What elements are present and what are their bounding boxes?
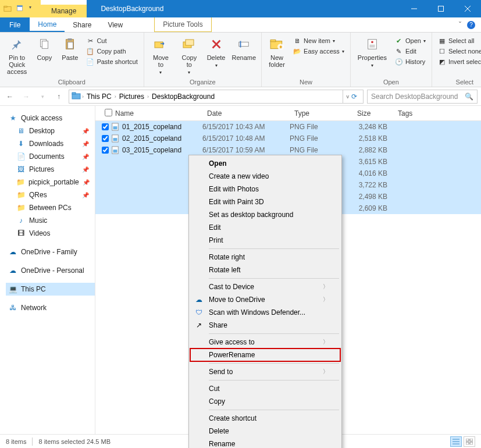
- cm-edit-paint3d[interactable]: Edit with Paint 3D: [190, 195, 340, 208]
- copy-to-button[interactable]: Copy to▾: [176, 34, 202, 77]
- sidebar-item-music[interactable]: ♪Music: [6, 214, 95, 227]
- sidebar-item-between-pcs[interactable]: 📁Between PCs: [6, 201, 95, 214]
- properties-button[interactable]: Properties▾: [354, 34, 390, 70]
- row-checkbox[interactable]: [100, 147, 111, 154]
- delete-button[interactable]: Delete▾: [205, 34, 228, 70]
- picture-tools-tab[interactable]: Picture Tools: [154, 17, 211, 32]
- crumb-this-pc[interactable]: This PC: [85, 93, 113, 101]
- copy-path-button[interactable]: 📋Copy path: [84, 47, 140, 56]
- view-tab[interactable]: View: [99, 17, 131, 32]
- recent-dropdown[interactable]: ▾: [36, 90, 49, 103]
- properties-icon[interactable]: [16, 5, 24, 13]
- navigation-pane[interactable]: ★Quick access 🖥Desktop📌 ⬇Downloads📌 📄Doc…: [0, 106, 95, 436]
- up-button[interactable]: ↑: [52, 90, 65, 103]
- cm-edit[interactable]: Edit: [190, 221, 340, 234]
- column-size[interactable]: Size: [352, 109, 393, 118]
- edit-button[interactable]: ✎Edit: [393, 47, 428, 56]
- sidebar-item-desktop[interactable]: 🖥Desktop📌: [6, 125, 95, 137]
- row-checkbox[interactable]: [100, 123, 111, 130]
- cm-cast[interactable]: Cast to Device〉: [190, 280, 340, 293]
- new-item-button[interactable]: 🗎New item ▾: [291, 36, 347, 45]
- cm-edit-photos[interactable]: Edit with Photos: [190, 183, 340, 195]
- sidebar-item-qres[interactable]: 📁QRes📌: [6, 189, 95, 201]
- cm-rename[interactable]: Rename: [190, 438, 340, 448]
- share-tab[interactable]: Share: [65, 17, 99, 32]
- close-button[interactable]: [454, 0, 481, 17]
- row-checkbox[interactable]: [100, 135, 111, 142]
- address-dropdown-icon[interactable]: v: [347, 94, 350, 99]
- table-row[interactable]: 02_2015_copeland6/15/2017 10:48 AMPNG Fi…: [95, 133, 481, 144]
- cm-cut[interactable]: Cut: [190, 382, 340, 395]
- select-all-button[interactable]: ▦Select all: [436, 36, 481, 45]
- table-row[interactable]: 03_2015_copeland6/15/2017 10:59 AMPNG Fi…: [95, 144, 481, 156]
- move-to-button[interactable]: Move to▾: [148, 34, 174, 77]
- sidebar-item-quick-access[interactable]: ★Quick access: [6, 112, 95, 125]
- cm-set-bg[interactable]: Set as desktop background: [190, 208, 340, 221]
- home-tab[interactable]: Home: [30, 17, 65, 32]
- help-icon[interactable]: ?: [467, 21, 475, 29]
- forward-button[interactable]: →: [20, 90, 33, 103]
- copy-button[interactable]: Copy: [33, 34, 56, 63]
- sidebar-item-this-pc[interactable]: 💻This PC: [6, 283, 95, 296]
- history-button[interactable]: 🕑History: [393, 57, 428, 66]
- easy-access-button[interactable]: 📂Easy access ▾: [291, 47, 347, 56]
- file-list[interactable]: Name Date Type Size Tags 01_2015_copelan…: [95, 106, 481, 436]
- sidebar-item-network[interactable]: 🖧Network: [6, 301, 95, 314]
- sidebar-item-pictures[interactable]: 🖼Pictures📌: [6, 163, 95, 176]
- thumbnails-view-button[interactable]: [464, 436, 475, 447]
- paste-shortcut-button[interactable]: 📄Paste shortcut: [84, 57, 140, 66]
- cm-open[interactable]: Open: [190, 157, 340, 170]
- cm-share[interactable]: ↗Share: [190, 319, 340, 332]
- sidebar-item-onedrive-family[interactable]: ☁OneDrive - Family: [6, 246, 95, 258]
- cm-scan-defender[interactable]: 🛡Scan with Windows Defender...: [190, 306, 340, 319]
- cm-send-to[interactable]: Send to〉: [190, 365, 340, 378]
- breadcrumb[interactable]: › This PC › Pictures › DesktopBackground…: [69, 90, 364, 104]
- select-none-button[interactable]: ☐Select none: [436, 47, 481, 56]
- cm-create-video[interactable]: Create a new video: [190, 170, 340, 183]
- qat-dropdown-icon[interactable]: ▾: [29, 5, 37, 13]
- cm-powerrename[interactable]: PowerRename: [190, 349, 340, 361]
- cm-print[interactable]: Print: [190, 234, 340, 247]
- paste-button[interactable]: Paste: [58, 34, 81, 63]
- maximize-button[interactable]: [427, 0, 454, 17]
- refresh-icon[interactable]: ⟳: [351, 93, 357, 101]
- rename-button[interactable]: Rename: [230, 34, 258, 63]
- column-tags[interactable]: Tags: [393, 109, 481, 118]
- crumb-folder[interactable]: DesktopBackground: [150, 93, 216, 101]
- details-view-button[interactable]: [450, 436, 462, 447]
- sidebar-item-documents[interactable]: 📄Documents📌: [6, 150, 95, 163]
- quick-access-toolbar: ▾: [0, 0, 41, 17]
- table-row[interactable]: 01_2015_copeland6/15/2017 10:43 AMPNG Fi…: [95, 121, 481, 133]
- manage-tab[interactable]: Manage: [41, 5, 87, 17]
- file-size: 3,722 KB: [352, 181, 399, 189]
- minimize-button[interactable]: [401, 0, 427, 17]
- sidebar-item-downloads[interactable]: ⬇Downloads📌: [6, 137, 95, 150]
- cm-delete[interactable]: Delete: [190, 425, 340, 438]
- new-folder-button[interactable]: ✦ New folder: [265, 34, 288, 70]
- column-type[interactable]: Type: [290, 109, 352, 118]
- search-input[interactable]: Search DesktopBackground 🔍: [367, 90, 478, 104]
- select-all-checkbox[interactable]: [100, 109, 111, 118]
- cm-copy[interactable]: Copy: [190, 395, 340, 408]
- invert-selection-button[interactable]: ◩Invert selection: [436, 57, 481, 66]
- cm-give-access[interactable]: Give access to〉: [190, 336, 340, 349]
- file-tab[interactable]: File: [0, 17, 30, 32]
- chevron-right-icon: 〉: [323, 368, 329, 376]
- pin-icon: 📌: [82, 154, 89, 160]
- back-button[interactable]: ←: [3, 90, 16, 103]
- open-button[interactable]: ✔Open ▾: [393, 36, 428, 45]
- column-name[interactable]: Name: [111, 109, 202, 118]
- crumb-pictures[interactable]: Pictures: [117, 93, 146, 101]
- sidebar-item-videos[interactable]: 🎞Videos: [6, 227, 95, 240]
- column-date[interactable]: Date: [202, 109, 290, 118]
- cm-create-shortcut[interactable]: Create shortcut: [190, 412, 340, 425]
- cm-move-onedrive[interactable]: ☁Move to OneDrive〉: [190, 293, 340, 306]
- cut-button[interactable]: ✂Cut: [84, 36, 140, 45]
- this-pc-icon: 💻: [8, 285, 17, 294]
- sidebar-item-picpick[interactable]: 📁picpick_portable📌: [6, 176, 95, 189]
- sidebar-item-onedrive-personal[interactable]: ☁OneDrive - Personal: [6, 264, 95, 277]
- ribbon-collapse-icon[interactable]: ˇ: [459, 21, 461, 29]
- cm-rotate-left[interactable]: Rotate left: [190, 264, 340, 276]
- pin-to-quick-access-button[interactable]: Pin to Quick access: [3, 34, 30, 77]
- cm-rotate-right[interactable]: Rotate right: [190, 251, 340, 264]
